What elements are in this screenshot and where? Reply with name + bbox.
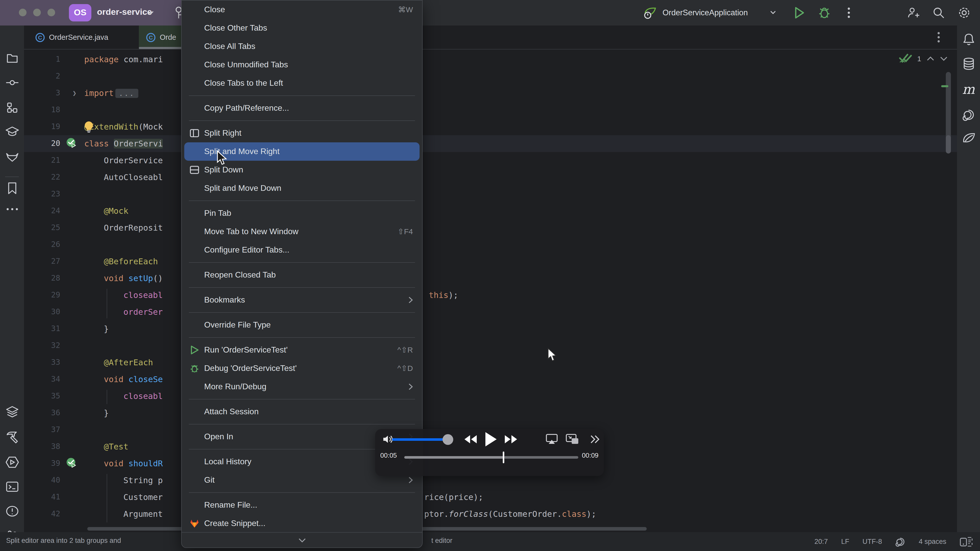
menu-item-split-right[interactable]: Split Right [182, 124, 422, 142]
playhead[interactable] [503, 451, 504, 463]
menu-item-override-file-type[interactable]: Override File Type [182, 316, 422, 334]
menu-item-configure-editor-tabs[interactable]: Configure Editor Tabs... [182, 241, 422, 259]
chevron-down-icon[interactable] [770, 10, 776, 15]
volume-slider[interactable] [392, 438, 448, 441]
line-number[interactable]: 29 [24, 287, 60, 303]
menu-item-create-snippet[interactable]: Create Snippet... [182, 514, 422, 533]
services-icon[interactable] [0, 406, 24, 419]
maven-icon[interactable]: m [957, 83, 980, 96]
menu-scroll-down[interactable] [182, 532, 422, 548]
code-with-me-user-icon[interactable] [907, 6, 920, 19]
menu-item-attach-session[interactable]: Attach Session [182, 403, 422, 421]
line-number[interactable]: 37 [24, 421, 60, 438]
intention-lightbulb-icon[interactable] [83, 121, 94, 133]
line-number[interactable]: 31 [24, 321, 60, 337]
line-number[interactable]: 34 [24, 371, 60, 388]
line-number[interactable]: 35 [24, 388, 60, 405]
line-number[interactable]: 23 [24, 186, 60, 203]
inspections-widget[interactable]: 1 [899, 54, 948, 64]
line-number[interactable]: 27 [24, 253, 60, 270]
prev-problem-chevron-icon[interactable] [926, 56, 935, 61]
line-number[interactable]: 2 [24, 68, 60, 85]
menu-item-more-run-debug[interactable]: More Run/Debug [182, 378, 422, 396]
run-test-passed-gutter-icon[interactable] [65, 137, 78, 149]
run-widget-icon[interactable] [0, 456, 24, 469]
line-number[interactable]: 20 [24, 135, 60, 152]
menu-item-run-orderservicetest[interactable]: Run 'OrderServiceTest'^⇧R [182, 341, 422, 359]
line-number[interactable]: 3 [24, 85, 60, 102]
window-close-button[interactable] [19, 9, 27, 16]
line-number[interactable]: 26 [24, 236, 60, 253]
menu-item-close-unmodified-tabs[interactable]: Close Unmodified Tabs [182, 56, 422, 74]
tab-options-kebab-icon[interactable] [937, 31, 940, 43]
folder-icon[interactable] [0, 52, 24, 64]
caret-position[interactable]: 20:7 [815, 538, 828, 545]
learn-icon[interactable] [0, 125, 24, 138]
line-number[interactable]: 19 [24, 118, 60, 135]
run-test-passed-gutter-icon[interactable] [65, 457, 78, 469]
more-actions-kebab-icon[interactable] [847, 6, 850, 19]
line-ending[interactable]: LF [841, 538, 850, 545]
menu-item-bookmarks[interactable]: Bookmarks [182, 291, 422, 309]
run-configuration-selector[interactable]: OrderServiceApplication [662, 8, 748, 17]
line-number[interactable]: 21 [24, 152, 60, 169]
ai-assistant-icon[interactable] [957, 108, 980, 121]
line-number[interactable]: 36 [24, 405, 60, 421]
menu-item-split-and-move-down[interactable]: Split and Move Down [182, 179, 422, 197]
tab-orderservice-java[interactable]: C OrderService.java [28, 25, 115, 49]
file-encoding[interactable]: UTF-8 [862, 538, 882, 545]
menu-item-pin-tab[interactable]: Pin Tab [182, 204, 422, 222]
menu-item-close[interactable]: Close⌘W [182, 0, 422, 19]
line-number[interactable]: 22 [24, 169, 60, 186]
project-badge[interactable]: OS [69, 4, 91, 21]
menu-item-debug-orderservicetest[interactable]: Debug 'OrderServiceTest'^⇧D [182, 359, 422, 378]
problems-icon[interactable] [0, 505, 24, 517]
line-number[interactable]: 41 [24, 489, 60, 506]
fast-forward-icon[interactable] [504, 435, 518, 444]
gitlab-icon[interactable] [0, 151, 24, 163]
search-icon[interactable] [932, 6, 945, 19]
database-icon[interactable] [957, 57, 980, 70]
menu-item-close-tabs-to-the-left[interactable]: Close Tabs to the Left [182, 74, 422, 92]
line-number[interactable]: 25 [24, 219, 60, 236]
picture-in-picture-icon[interactable] [566, 433, 579, 445]
run-button[interactable] [793, 6, 805, 19]
media-player-overlay[interactable]: 00:05 00:09 [375, 429, 604, 476]
notifications-icon[interactable] [957, 33, 980, 46]
more-icon[interactable] [0, 207, 24, 211]
settings-gear-icon[interactable] [958, 6, 971, 19]
menu-item-close-all-tabs[interactable]: Close All Tabs [182, 37, 422, 56]
volume-slider-thumb[interactable] [442, 434, 453, 445]
window-zoom-button[interactable] [48, 9, 55, 16]
menu-item-close-other-tabs[interactable]: Close Other Tabs [182, 19, 422, 37]
line-number[interactable]: 18 [24, 102, 60, 118]
line-number[interactable]: 38 [24, 438, 60, 455]
menu-item-rename-file[interactable]: Rename File... [182, 496, 422, 514]
line-number[interactable]: 33 [24, 354, 60, 371]
build-icon[interactable] [0, 430, 24, 444]
line-number[interactable]: 28 [24, 270, 60, 287]
ai-assistant-status-icon[interactable] [895, 537, 905, 547]
spring-icon[interactable] [957, 132, 980, 145]
more-controls-chevrons-icon[interactable] [590, 435, 601, 444]
rewind-icon[interactable] [463, 435, 478, 444]
bookmarks-icon[interactable] [0, 182, 24, 195]
commit-icon[interactable] [0, 76, 24, 89]
line-number[interactable]: 39 [24, 455, 60, 472]
project-widget[interactable]: order-service [97, 7, 152, 17]
menu-item-reopen-closed-tab[interactable]: Reopen Closed Tab [182, 266, 422, 284]
structure-icon[interactable] [0, 102, 24, 114]
airplay-icon[interactable] [546, 433, 558, 445]
line-number[interactable]: 40 [24, 472, 60, 489]
indent-setting[interactable]: 4 spaces [919, 538, 946, 545]
next-problem-chevron-icon[interactable] [940, 56, 948, 61]
terminal-icon[interactable] [0, 481, 24, 493]
screen-sharing-icon[interactable] [959, 536, 973, 547]
menu-item-move-tab-to-new-window[interactable]: Move Tab to New Window⇧F4 [182, 222, 422, 241]
line-number[interactable]: 24 [24, 203, 60, 219]
line-number[interactable]: 30 [24, 303, 60, 321]
window-minimize-button[interactable] [33, 9, 41, 16]
line-number[interactable]: 32 [24, 337, 60, 354]
line-number[interactable]: 1 [24, 51, 60, 68]
line-number[interactable]: 42 [24, 506, 60, 522]
